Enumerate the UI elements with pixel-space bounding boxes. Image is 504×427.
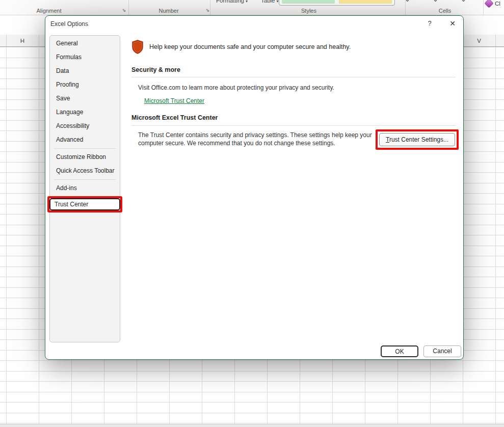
cancel-button[interactable]: Cancel xyxy=(423,345,461,357)
settings-button-accelerator: T xyxy=(386,136,389,143)
delete-chevron-icon[interactable]: ⌄ xyxy=(433,0,438,3)
help-button[interactable]: ? xyxy=(425,19,434,28)
column-header-v[interactable]: V xyxy=(463,35,495,47)
section-divider xyxy=(131,125,456,126)
ribbon-group-divider xyxy=(483,0,484,15)
sidebar-item-proofing[interactable]: Proofing xyxy=(50,78,120,92)
format-as-table-label: Table xyxy=(261,0,275,4)
settings-button-label: rust Center Settings... xyxy=(389,136,448,143)
excel-ribbon: Formatting▾ Table▾ ⌄ ⌄ ⌄ Cl Alignment ⇘ … xyxy=(0,0,504,15)
intro-text: Help keep your documents safe and your c… xyxy=(149,43,351,50)
excel-options-dialog: Excel Options ? ✕ General Formulas Data … xyxy=(45,15,464,360)
sidebar-divider xyxy=(54,179,116,180)
microsoft-trust-center-link[interactable]: Microsoft Trust Center xyxy=(144,97,204,104)
cell-styles-gallery[interactable] xyxy=(279,0,395,6)
visit-office-text: Visit Office.com to learn more about pro… xyxy=(138,84,334,92)
sidebar-item-trust-center[interactable]: Trust Center xyxy=(49,198,120,210)
sidebar-item-formulas[interactable]: Formulas xyxy=(50,50,120,64)
sidebar-item-data[interactable]: Data xyxy=(50,64,120,78)
format-as-table-button[interactable]: Table▾ xyxy=(261,0,279,4)
trust-center-page: Help keep your documents safe and your c… xyxy=(131,35,456,341)
ribbon-group-styles: Styles xyxy=(286,8,332,14)
sidebar-item-advanced[interactable]: Advanced xyxy=(50,133,120,147)
ribbon-group-number: Number xyxy=(146,8,192,14)
trust-center-description: The Trust Center contains security and p… xyxy=(138,131,374,147)
sidebar-item-save[interactable]: Save xyxy=(50,92,120,105)
annotation-box-settings-button: Trust Center Settings... xyxy=(376,129,459,150)
sidebar-item-add-ins[interactable]: Add-ins xyxy=(50,181,120,195)
ok-button[interactable]: OK xyxy=(381,345,418,357)
ribbon-group-divider xyxy=(210,0,210,15)
security-more-heading: Security & more xyxy=(131,66,180,74)
ribbon-group-divider xyxy=(128,0,129,15)
trust-center-settings-button[interactable]: Trust Center Settings... xyxy=(379,133,455,146)
alignment-dialog-launcher-icon[interactable]: ⇘ xyxy=(121,7,127,14)
clear-eraser-icon[interactable] xyxy=(484,0,493,8)
column-header-h[interactable]: H xyxy=(6,35,39,47)
close-icon[interactable]: ✕ xyxy=(448,19,457,28)
bottom-strip xyxy=(0,424,504,427)
conditional-formatting-label: Formatting xyxy=(216,0,244,4)
options-sidebar: General Formulas Data Proofing Save Lang… xyxy=(49,35,120,342)
hero-row: Help keep your documents safe and your c… xyxy=(131,37,351,57)
clear-button-label[interactable]: Cl xyxy=(495,1,500,7)
security-shield-icon xyxy=(131,40,144,54)
ribbon-group-alignment: Alignment xyxy=(26,8,72,14)
format-chevron-icon[interactable]: ⌄ xyxy=(461,0,466,3)
conditional-formatting-button[interactable]: Formatting▾ xyxy=(216,0,248,4)
cell-style-neutral-swatch[interactable] xyxy=(339,0,392,4)
ribbon-group-divider xyxy=(405,0,406,15)
sidebar-item-general[interactable]: General xyxy=(50,37,120,50)
sidebar-item-quick-access-toolbar[interactable]: Quick Access Toolbar xyxy=(50,164,120,178)
excel-trust-center-heading: Microsoft Excel Trust Center xyxy=(131,114,218,122)
dialog-title: Excel Options xyxy=(50,20,88,28)
sidebar-item-customize-ribbon[interactable]: Customize Ribbon xyxy=(50,150,120,164)
sidebar-divider xyxy=(54,148,116,149)
section-divider xyxy=(131,77,456,77)
sidebar-item-language[interactable]: Language xyxy=(50,105,120,119)
caret-down-icon: ▾ xyxy=(246,0,248,4)
annotation-box-trust-center: Trust Center xyxy=(47,196,122,212)
cell-style-good-swatch[interactable] xyxy=(282,0,335,4)
caret-down-icon: ▾ xyxy=(277,0,279,4)
ribbon-group-cells: Cells xyxy=(422,8,468,14)
sidebar-item-accessibility[interactable]: Accessibility xyxy=(50,119,120,133)
